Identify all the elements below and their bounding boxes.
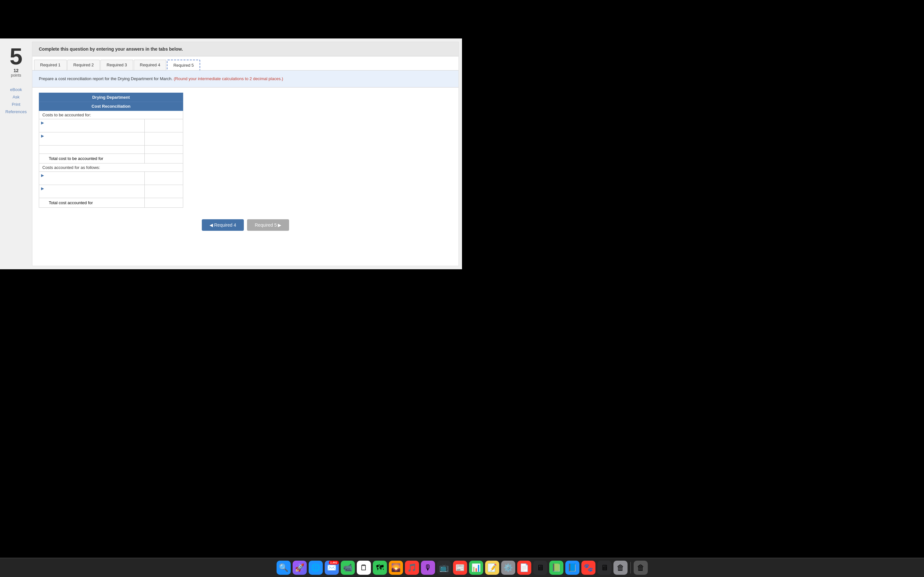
- total-accounted-input[interactable]: [148, 200, 180, 206]
- total-to-be-accounted-label: Total cost to be accounted for: [39, 153, 145, 163]
- question-content: Prepare a cost reconciliation report for…: [32, 71, 459, 87]
- input-field-value-4[interactable]: [147, 175, 181, 181]
- input-field-value-2[interactable]: [147, 135, 181, 142]
- top-bar: [0, 0, 462, 39]
- content-panel: Complete this question by entering your …: [32, 42, 459, 266]
- input-label-2: ▶: [39, 132, 145, 145]
- input-value-3: [145, 145, 183, 153]
- input-field-label-2[interactable]: [41, 138, 142, 144]
- table-subtitle: Cost Reconciliation: [39, 102, 183, 111]
- input-field-label-3[interactable]: [41, 147, 142, 153]
- next-button[interactable]: Required 5 ▶: [247, 219, 289, 231]
- input-field-label-4[interactable]: [41, 177, 142, 184]
- question-number: 5: [10, 45, 23, 68]
- table-container: Drying Department Cost Reconciliation Co…: [32, 87, 459, 213]
- input-field-value-3[interactable]: [147, 147, 181, 153]
- table-title: Drying Department: [39, 93, 183, 102]
- tabs-row: Required 1 Required 2 Required 3 Require…: [32, 56, 459, 71]
- sidebar-links: eBook Ask Print References: [5, 87, 27, 114]
- instruction-bar: Complete this question by entering your …: [32, 42, 459, 56]
- reconciliation-table: Drying Department Cost Reconciliation Co…: [39, 93, 183, 208]
- input-label-3: [39, 145, 145, 153]
- print-link[interactable]: Print: [12, 102, 21, 107]
- input-value-2: [145, 132, 183, 145]
- costs-accounted-label: Costs accounted for as follows:: [39, 163, 183, 171]
- tab-required-3[interactable]: Required 3: [100, 60, 133, 70]
- total-to-be-accounted-value: [145, 153, 183, 163]
- costs-to-be-accounted-label: Costs to be accounted for:: [39, 111, 183, 119]
- total-accounted-value: [145, 198, 183, 207]
- tab-required-5[interactable]: Required 5: [167, 60, 200, 70]
- nav-buttons: ◀ Required 4 Required 5 ▶: [32, 213, 459, 237]
- ebook-link[interactable]: eBook: [10, 87, 22, 92]
- input-value-4: [145, 171, 183, 185]
- points-label: 12 points: [11, 68, 21, 77]
- total-to-be-accounted-input[interactable]: [148, 155, 180, 161]
- input-field-label-1[interactable]: [41, 125, 142, 131]
- ask-link[interactable]: Ask: [13, 95, 19, 99]
- main-area: 5 12 points eBook Ask Print References C…: [0, 39, 462, 269]
- tab-required-1[interactable]: Required 1: [34, 60, 67, 70]
- input-field-value-1[interactable]: [147, 122, 181, 129]
- input-label-1: ▶: [39, 119, 145, 132]
- references-link[interactable]: References: [5, 109, 27, 114]
- prev-button[interactable]: ◀ Required 4: [202, 219, 244, 231]
- input-field-value-5[interactable]: [147, 188, 181, 194]
- input-value-5: [145, 185, 183, 198]
- input-label-5: ▶: [39, 185, 145, 198]
- input-value-1: [145, 119, 183, 132]
- input-field-label-5[interactable]: [41, 191, 142, 197]
- tab-required-2[interactable]: Required 2: [67, 60, 100, 70]
- tab-required-4[interactable]: Required 4: [134, 60, 166, 70]
- sidebar: 5 12 points eBook Ask Print References: [0, 39, 32, 269]
- input-label-4: ▶: [39, 171, 145, 185]
- total-accounted-label: Total cost accounted for: [39, 198, 145, 207]
